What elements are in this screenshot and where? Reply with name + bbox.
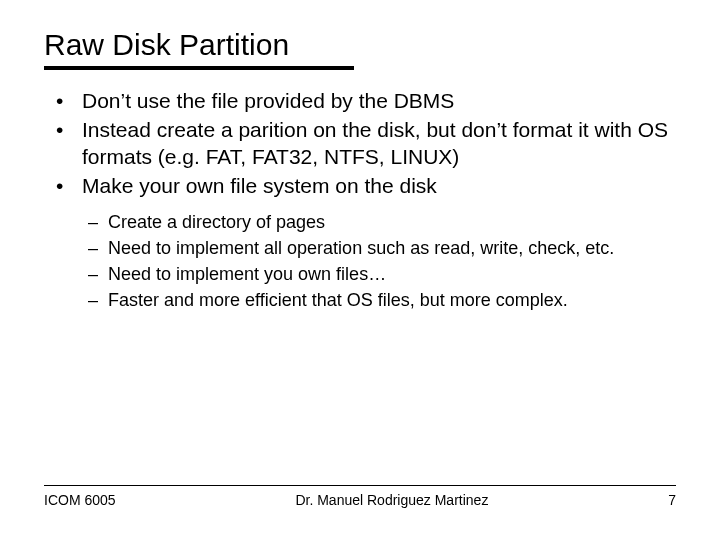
slide: Raw Disk Partition Don’t use the file pr… bbox=[0, 0, 720, 540]
sub-bullet-item: Need to implement all operation such as … bbox=[88, 236, 676, 260]
title-underline bbox=[44, 66, 354, 70]
footer: ICOM 6005 Dr. Manuel Rodriguez Martinez … bbox=[0, 485, 720, 508]
author-name: Dr. Manuel Rodriguez Martinez bbox=[116, 492, 669, 508]
page-number: 7 bbox=[668, 492, 676, 508]
sub-bullet-item: Create a directory of pages bbox=[88, 210, 676, 234]
bullet-list: Don’t use the file provided by the DBMS … bbox=[44, 88, 676, 200]
slide-title: Raw Disk Partition bbox=[44, 28, 676, 62]
course-code: ICOM 6005 bbox=[44, 492, 116, 508]
sub-bullet-item: Need to implement you own files… bbox=[88, 262, 676, 286]
bullet-item: Don’t use the file provided by the DBMS bbox=[56, 88, 676, 115]
bullet-item: Instead create a parition on the disk, b… bbox=[56, 117, 676, 171]
footer-row: ICOM 6005 Dr. Manuel Rodriguez Martinez … bbox=[44, 492, 676, 508]
bullet-item: Make your own file system on the disk bbox=[56, 173, 676, 200]
footer-rule bbox=[44, 485, 676, 486]
sub-bullet-item: Faster and more efficient that OS files,… bbox=[88, 288, 676, 312]
sub-bullet-list: Create a directory of pages Need to impl… bbox=[44, 210, 676, 313]
